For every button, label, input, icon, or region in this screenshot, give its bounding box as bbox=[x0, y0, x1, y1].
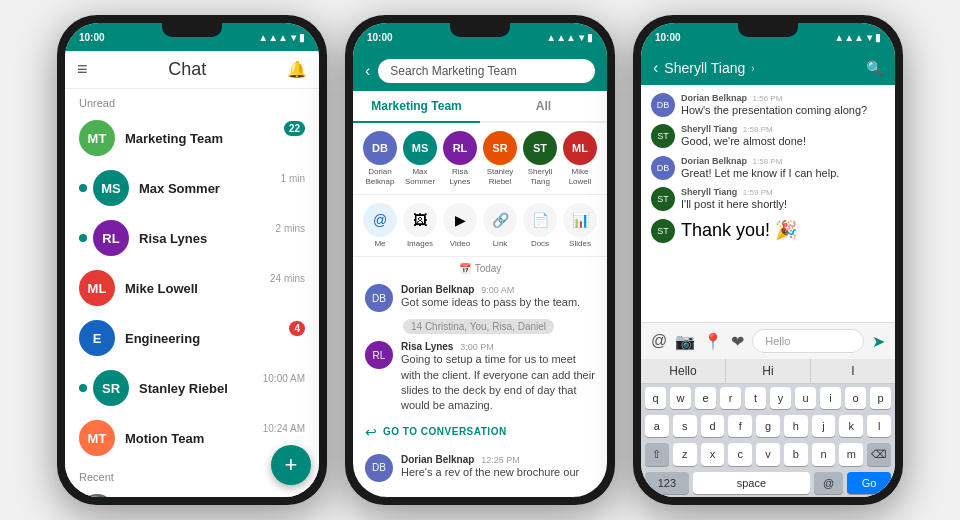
key-y[interactable]: y bbox=[770, 387, 791, 409]
emoji-icon[interactable]: ❤ bbox=[731, 332, 744, 351]
key-go[interactable]: Go bbox=[847, 472, 891, 494]
go-to-conv-label[interactable]: GO TO CONVERSATION bbox=[383, 426, 507, 437]
key-c[interactable]: c bbox=[728, 443, 752, 466]
list-item[interactable]: MS Max Sommer 1 min bbox=[65, 163, 319, 213]
key-l[interactable]: l bbox=[867, 415, 891, 437]
compose-fab[interactable]: + bbox=[271, 445, 311, 485]
bell-icon[interactable]: 🔔 bbox=[287, 60, 307, 79]
key-s[interactable]: s bbox=[673, 415, 697, 437]
suggest-i[interactable]: I bbox=[811, 359, 895, 383]
icon-images[interactable]: 🖼 Images bbox=[403, 203, 437, 248]
at-icon[interactable]: @ bbox=[651, 332, 667, 350]
status-icons-3: ▲▲▲ ▾ ▮ bbox=[834, 32, 881, 43]
signal-icon: ▲▲▲ bbox=[258, 32, 288, 43]
member-item[interactable]: SR StanleyRiebel bbox=[483, 131, 517, 186]
list-item[interactable]: E Engineering 4 bbox=[65, 313, 319, 363]
suggest-hello[interactable]: Hello bbox=[641, 359, 726, 383]
bubble-text: How's the presentation coming along? bbox=[681, 103, 867, 118]
icon-slides[interactable]: 📊 Slides bbox=[563, 203, 597, 248]
list-item[interactable]: ML Mike Lowell 24 mins bbox=[65, 263, 319, 313]
avatar: ST bbox=[651, 124, 675, 148]
key-at[interactable]: @ bbox=[814, 472, 843, 494]
menu-icon[interactable]: ≡ bbox=[77, 59, 88, 80]
camera-icon[interactable]: 📷 bbox=[675, 332, 695, 351]
chat-time: 24 mins bbox=[270, 273, 305, 284]
suggest-hi[interactable]: Hi bbox=[726, 359, 811, 383]
icon-link[interactable]: 🔗 Link bbox=[483, 203, 517, 248]
key-a[interactable]: a bbox=[645, 415, 669, 437]
member-item[interactable]: RL RisaLynes bbox=[443, 131, 477, 186]
video-icon: ▶ bbox=[443, 203, 477, 237]
back-button[interactable]: ‹ bbox=[365, 62, 370, 80]
key-w[interactable]: w bbox=[670, 387, 691, 409]
key-t[interactable]: t bbox=[745, 387, 766, 409]
signal-icon-3: ▲▲▲ bbox=[834, 32, 864, 43]
key-z[interactable]: z bbox=[673, 443, 697, 466]
key-b[interactable]: b bbox=[784, 443, 808, 466]
keyboard-suggestions: Hello Hi I bbox=[641, 359, 895, 384]
go-to-conversation[interactable]: ↩ GO TO CONVERSATION bbox=[353, 420, 607, 448]
keyboard-row-1: q w e r t y u i o p bbox=[641, 384, 895, 412]
dropdown-arrow[interactable]: › bbox=[751, 63, 754, 74]
chat-time: 2 mins bbox=[276, 223, 305, 234]
key-m[interactable]: m bbox=[839, 443, 863, 466]
member-item[interactable]: ST SheryllTiang bbox=[523, 131, 557, 186]
search-input[interactable]: Search Marketing Team bbox=[378, 59, 595, 83]
key-o[interactable]: o bbox=[845, 387, 866, 409]
key-i[interactable]: i bbox=[820, 387, 841, 409]
member-item[interactable]: ML MikeLowell bbox=[563, 131, 597, 186]
status-bar-2: 10:00 ▲▲▲ ▾ ▮ bbox=[353, 23, 607, 51]
tab-all[interactable]: All bbox=[480, 91, 607, 121]
member-name: MikeLowell bbox=[569, 167, 592, 186]
key-h[interactable]: h bbox=[784, 415, 808, 437]
message-sender: Dorian Belknap 12:25 PM bbox=[401, 454, 579, 465]
key-shift[interactable]: ⇧ bbox=[645, 443, 669, 466]
reply-indicator: 14 Christina, You, Risa, Daniel bbox=[353, 318, 607, 335]
icon-video[interactable]: ▶ Video bbox=[443, 203, 477, 248]
bubble-sender: Dorian Belknap 1:56 PM bbox=[681, 93, 867, 103]
bubble-content: Dorian Belknap 1:56 PM How's the present… bbox=[681, 93, 867, 118]
key-p[interactable]: p bbox=[870, 387, 891, 409]
bubble-content: Sheryll Tiang 1:59 PM I'll post it here … bbox=[681, 187, 787, 212]
date-divider: 📅 Today bbox=[353, 257, 607, 278]
bubble-sender: Sheryll Tiang 1:58 PM bbox=[681, 124, 806, 134]
avatar: DB bbox=[365, 284, 393, 312]
list-item[interactable]: DT Design Team 24 mins bbox=[65, 487, 319, 497]
bubble-content: Sheryll Tiang 1:58 PM Good, we're almost… bbox=[681, 124, 806, 149]
send-button[interactable]: ➤ bbox=[872, 332, 885, 351]
key-x[interactable]: x bbox=[701, 443, 725, 466]
search-icon-3[interactable]: 🔍 bbox=[866, 60, 883, 76]
key-space[interactable]: space bbox=[693, 472, 810, 494]
back-button-3[interactable]: ‹ bbox=[653, 59, 658, 77]
chat-header: ≡ Chat 🔔 bbox=[65, 51, 319, 89]
tab-marketing-team[interactable]: Marketing Team bbox=[353, 91, 480, 123]
icon-me[interactable]: @ Me bbox=[363, 203, 397, 248]
list-item[interactable]: SR Stanley Riebel 10:00 AM bbox=[65, 363, 319, 413]
calendar-icon: 📅 bbox=[459, 263, 471, 274]
message-input[interactable]: Hello bbox=[752, 329, 864, 353]
key-backspace[interactable]: ⌫ bbox=[867, 443, 891, 466]
location-icon[interactable]: 📍 bbox=[703, 332, 723, 351]
icon-docs[interactable]: 📄 Docs bbox=[523, 203, 557, 248]
key-q[interactable]: q bbox=[645, 387, 666, 409]
key-v[interactable]: v bbox=[756, 443, 780, 466]
key-e[interactable]: e bbox=[695, 387, 716, 409]
contact-name: Sheryll Tiang bbox=[664, 60, 745, 76]
key-123[interactable]: 123 bbox=[645, 472, 689, 494]
message-row: DB Dorian Belknap 1:56 PM How's the pres… bbox=[651, 93, 885, 118]
list-item[interactable]: RL Risa Lynes 2 mins bbox=[65, 213, 319, 263]
member-item[interactable]: DB DorianBelknap bbox=[363, 131, 397, 186]
key-n[interactable]: n bbox=[812, 443, 836, 466]
key-u[interactable]: u bbox=[795, 387, 816, 409]
keyboard-row-3: ⇧ z x c v b n m ⌫ bbox=[641, 440, 895, 469]
key-f[interactable]: f bbox=[728, 415, 752, 437]
wifi-icon-3: ▾ bbox=[867, 32, 872, 43]
notch-2 bbox=[450, 23, 510, 37]
key-k[interactable]: k bbox=[839, 415, 863, 437]
key-r[interactable]: r bbox=[720, 387, 741, 409]
key-d[interactable]: d bbox=[701, 415, 725, 437]
key-g[interactable]: g bbox=[756, 415, 780, 437]
member-item[interactable]: MS MaxSommer bbox=[403, 131, 437, 186]
list-item[interactable]: MT Marketing Team 22 bbox=[65, 113, 319, 163]
key-j[interactable]: j bbox=[812, 415, 836, 437]
